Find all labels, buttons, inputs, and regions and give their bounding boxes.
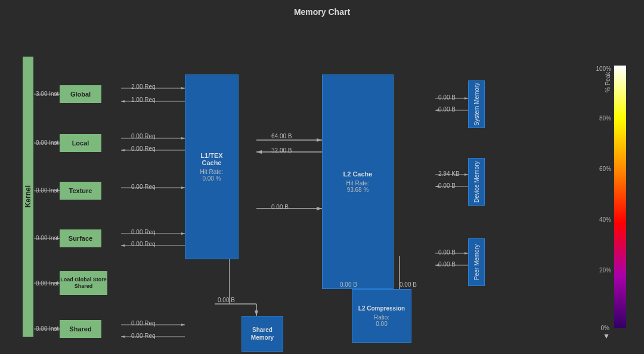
surface-box: Surface [60, 229, 101, 247]
system-val1: 0.00 B [438, 94, 456, 101]
l1-to-l2-top-label: 64.00 B [271, 133, 292, 139]
l1tex-hitrate: 0.00 % [202, 175, 221, 182]
scale-60: 60% [599, 166, 611, 172]
l2-hitrate-label: Hit Rate: [346, 180, 370, 187]
scale-title: % Peak [605, 57, 611, 92]
shared-memory-box: SharedMemory [242, 316, 283, 352]
global-inst: 3.00 Inst [36, 91, 58, 97]
local-req1: 0.00 Req [131, 133, 156, 139]
local-box: Local [60, 134, 101, 152]
scale-gradient [614, 66, 626, 328]
l1tex-label: L1/TEXCache [200, 152, 222, 166]
surface-req1: 0.00 Req [131, 229, 156, 235]
shared-box: Shared [60, 320, 101, 338]
l2-compression-box: L2 Compression Ratio: 0.00 [352, 289, 411, 343]
kernel-bar: Kernel [23, 57, 33, 337]
l1-to-l2-bot-label: 0.00 B [271, 204, 289, 210]
color-scale: % Peak 100% 80% 60% 40% 20% 0% ▼ [614, 57, 626, 337]
surface-inst: 0.00 Inst [36, 235, 58, 241]
shared-memory-label: SharedMemory [251, 326, 274, 341]
scale-arrow: ▼ [603, 332, 610, 340]
load-global-inst: 0.00 Inst [36, 280, 58, 287]
global-box: Global [60, 85, 101, 103]
shared-req1: 0.00 Req [131, 320, 156, 327]
texture-req1: 0.00 Req [131, 184, 156, 190]
local-req2: 0.00 Req [131, 145, 156, 152]
local-inst: 0.00 Inst [36, 139, 58, 146]
l2-box: L2 Cache Hit Rate: 93.68 % [322, 74, 394, 289]
l1tex-hitrate-label: Hit Rate: [200, 169, 224, 175]
system-memory-box: System Memory [468, 80, 485, 128]
device-val2: 0.00 B [438, 182, 456, 189]
l2-compression-label: L2 Compression [358, 305, 405, 312]
scale-40: 40% [599, 216, 611, 223]
l2-comp-right-label: 0.00 B [400, 281, 417, 288]
kernel-label: Kernel [24, 185, 32, 207]
device-memory-box: Device Memory [468, 158, 485, 206]
peer-memory-box: Peer Memory [468, 238, 485, 286]
l2-label: L2 Cache [343, 170, 373, 178]
system-val2: 0.00 B [438, 106, 456, 113]
shared-inst: 0.00 Inst [36, 325, 58, 332]
l2-hitrate: 93.68 % [347, 187, 369, 193]
l2-to-l1-top-label: 32.00 B [271, 147, 292, 154]
device-val1: 2.94 KB [438, 170, 460, 177]
scale-100: 100% [596, 66, 611, 72]
peer-memory-label: Peer Memory [473, 244, 480, 280]
chart-title: Memory Chart [0, 0, 644, 17]
scale-80: 80% [599, 115, 611, 122]
global-req1: 2.00 Req [131, 83, 156, 90]
surface-req2: 0.00 Req [131, 241, 156, 247]
l2-compression-ratio: 0.00 [376, 321, 387, 327]
texture-inst: 0.00 Inst [36, 187, 58, 194]
scale-20: 20% [599, 267, 611, 274]
l1tex-bottom-label: 0.00 B [218, 297, 235, 303]
system-memory-label: System Memory [473, 83, 480, 126]
peer-val1: 0.00 B [438, 249, 456, 256]
l2-compression-ratio-label: Ratio: [374, 314, 389, 321]
l1tex-box: L1/TEXCache Hit Rate: 0.00 % [185, 74, 239, 259]
texture-box: Texture [60, 182, 101, 200]
peer-val2: 0.00 B [438, 261, 456, 268]
scale-0: 0% [601, 325, 609, 331]
load-global-store-shared-box: Load Global Store Shared [60, 271, 107, 295]
device-memory-label: Device Memory [473, 161, 480, 202]
shared-req2: 0.00 Req [131, 333, 156, 339]
global-req2: 1.00 Req [131, 97, 156, 103]
l2-comp-left-label: 0.00 B [340, 281, 357, 288]
